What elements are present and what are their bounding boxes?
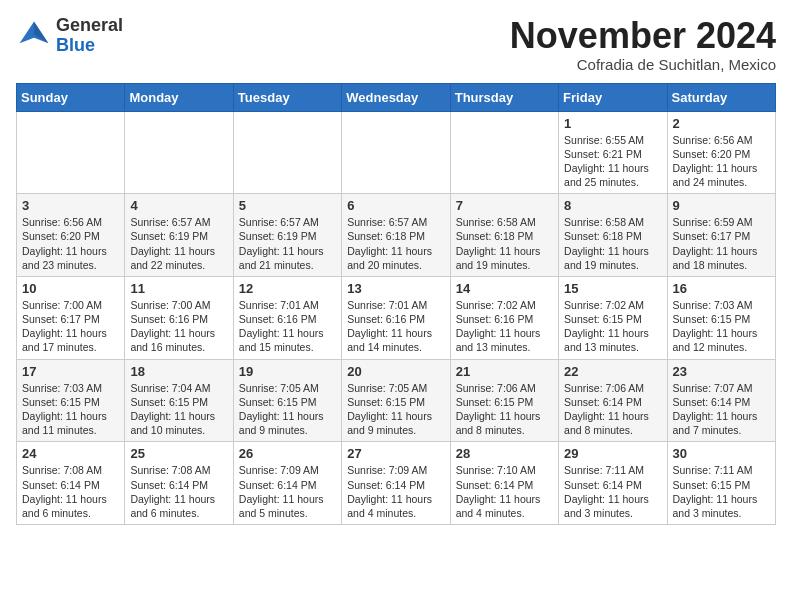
day-info: Sunrise: 7:00 AM Sunset: 6:17 PM Dayligh… <box>22 298 119 355</box>
day-number: 11 <box>130 281 227 296</box>
day-number: 16 <box>673 281 770 296</box>
day-number: 1 <box>564 116 661 131</box>
page-header: General Blue November 2024 Cofradia de S… <box>16 16 776 73</box>
calendar-cell <box>125 111 233 194</box>
calendar-cell: 9Sunrise: 6:59 AM Sunset: 6:17 PM Daylig… <box>667 194 775 277</box>
day-info: Sunrise: 7:10 AM Sunset: 6:14 PM Dayligh… <box>456 463 553 520</box>
day-info: Sunrise: 6:58 AM Sunset: 6:18 PM Dayligh… <box>456 215 553 272</box>
day-number: 14 <box>456 281 553 296</box>
calendar-week-row: 10Sunrise: 7:00 AM Sunset: 6:17 PM Dayli… <box>17 276 776 359</box>
day-info: Sunrise: 7:05 AM Sunset: 6:15 PM Dayligh… <box>347 381 444 438</box>
logo-blue-text: Blue <box>56 35 95 55</box>
day-info: Sunrise: 7:02 AM Sunset: 6:16 PM Dayligh… <box>456 298 553 355</box>
day-info: Sunrise: 7:09 AM Sunset: 6:14 PM Dayligh… <box>239 463 336 520</box>
day-number: 10 <box>22 281 119 296</box>
title-block: November 2024 Cofradia de Suchitlan, Mex… <box>510 16 776 73</box>
calendar-week-row: 3Sunrise: 6:56 AM Sunset: 6:20 PM Daylig… <box>17 194 776 277</box>
calendar-cell: 2Sunrise: 6:56 AM Sunset: 6:20 PM Daylig… <box>667 111 775 194</box>
calendar-week-row: 1Sunrise: 6:55 AM Sunset: 6:21 PM Daylig… <box>17 111 776 194</box>
calendar-cell: 18Sunrise: 7:04 AM Sunset: 6:15 PM Dayli… <box>125 359 233 442</box>
day-info: Sunrise: 6:55 AM Sunset: 6:21 PM Dayligh… <box>564 133 661 190</box>
day-number: 23 <box>673 364 770 379</box>
calendar-body: 1Sunrise: 6:55 AM Sunset: 6:21 PM Daylig… <box>17 111 776 524</box>
weekday-header-tuesday: Tuesday <box>233 83 341 111</box>
day-info: Sunrise: 7:06 AM Sunset: 6:15 PM Dayligh… <box>456 381 553 438</box>
calendar-cell: 28Sunrise: 7:10 AM Sunset: 6:14 PM Dayli… <box>450 442 558 525</box>
day-info: Sunrise: 7:09 AM Sunset: 6:14 PM Dayligh… <box>347 463 444 520</box>
calendar-cell: 23Sunrise: 7:07 AM Sunset: 6:14 PM Dayli… <box>667 359 775 442</box>
calendar-cell: 24Sunrise: 7:08 AM Sunset: 6:14 PM Dayli… <box>17 442 125 525</box>
calendar-cell: 27Sunrise: 7:09 AM Sunset: 6:14 PM Dayli… <box>342 442 450 525</box>
calendar-cell: 11Sunrise: 7:00 AM Sunset: 6:16 PM Dayli… <box>125 276 233 359</box>
day-info: Sunrise: 7:02 AM Sunset: 6:15 PM Dayligh… <box>564 298 661 355</box>
calendar-cell: 8Sunrise: 6:58 AM Sunset: 6:18 PM Daylig… <box>559 194 667 277</box>
weekday-header-saturday: Saturday <box>667 83 775 111</box>
calendar-cell: 1Sunrise: 6:55 AM Sunset: 6:21 PM Daylig… <box>559 111 667 194</box>
weekday-header-monday: Monday <box>125 83 233 111</box>
day-number: 3 <box>22 198 119 213</box>
day-info: Sunrise: 6:58 AM Sunset: 6:18 PM Dayligh… <box>564 215 661 272</box>
day-info: Sunrise: 7:00 AM Sunset: 6:16 PM Dayligh… <box>130 298 227 355</box>
day-number: 18 <box>130 364 227 379</box>
calendar-cell: 15Sunrise: 7:02 AM Sunset: 6:15 PM Dayli… <box>559 276 667 359</box>
day-info: Sunrise: 7:04 AM Sunset: 6:15 PM Dayligh… <box>130 381 227 438</box>
calendar-cell: 3Sunrise: 6:56 AM Sunset: 6:20 PM Daylig… <box>17 194 125 277</box>
calendar-cell: 25Sunrise: 7:08 AM Sunset: 6:14 PM Dayli… <box>125 442 233 525</box>
day-number: 6 <box>347 198 444 213</box>
day-number: 15 <box>564 281 661 296</box>
calendar-cell: 17Sunrise: 7:03 AM Sunset: 6:15 PM Dayli… <box>17 359 125 442</box>
weekday-header-friday: Friday <box>559 83 667 111</box>
day-number: 30 <box>673 446 770 461</box>
calendar-cell: 30Sunrise: 7:11 AM Sunset: 6:15 PM Dayli… <box>667 442 775 525</box>
calendar-cell: 21Sunrise: 7:06 AM Sunset: 6:15 PM Dayli… <box>450 359 558 442</box>
day-info: Sunrise: 7:08 AM Sunset: 6:14 PM Dayligh… <box>130 463 227 520</box>
day-number: 9 <box>673 198 770 213</box>
month-title: November 2024 <box>510 16 776 56</box>
day-info: Sunrise: 6:57 AM Sunset: 6:19 PM Dayligh… <box>239 215 336 272</box>
day-info: Sunrise: 7:06 AM Sunset: 6:14 PM Dayligh… <box>564 381 661 438</box>
day-info: Sunrise: 7:11 AM Sunset: 6:14 PM Dayligh… <box>564 463 661 520</box>
day-number: 24 <box>22 446 119 461</box>
calendar-cell: 20Sunrise: 7:05 AM Sunset: 6:15 PM Dayli… <box>342 359 450 442</box>
day-number: 27 <box>347 446 444 461</box>
day-number: 28 <box>456 446 553 461</box>
day-info: Sunrise: 7:11 AM Sunset: 6:15 PM Dayligh… <box>673 463 770 520</box>
day-info: Sunrise: 6:57 AM Sunset: 6:18 PM Dayligh… <box>347 215 444 272</box>
calendar-cell <box>17 111 125 194</box>
day-info: Sunrise: 7:03 AM Sunset: 6:15 PM Dayligh… <box>22 381 119 438</box>
calendar-cell: 4Sunrise: 6:57 AM Sunset: 6:19 PM Daylig… <box>125 194 233 277</box>
weekday-header-thursday: Thursday <box>450 83 558 111</box>
calendar-week-row: 17Sunrise: 7:03 AM Sunset: 6:15 PM Dayli… <box>17 359 776 442</box>
day-info: Sunrise: 7:01 AM Sunset: 6:16 PM Dayligh… <box>347 298 444 355</box>
calendar-table: SundayMondayTuesdayWednesdayThursdayFrid… <box>16 83 776 525</box>
day-number: 26 <box>239 446 336 461</box>
day-number: 22 <box>564 364 661 379</box>
day-info: Sunrise: 6:59 AM Sunset: 6:17 PM Dayligh… <box>673 215 770 272</box>
calendar-cell <box>342 111 450 194</box>
day-number: 4 <box>130 198 227 213</box>
day-number: 7 <box>456 198 553 213</box>
calendar-week-row: 24Sunrise: 7:08 AM Sunset: 6:14 PM Dayli… <box>17 442 776 525</box>
day-info: Sunrise: 6:57 AM Sunset: 6:19 PM Dayligh… <box>130 215 227 272</box>
day-number: 29 <box>564 446 661 461</box>
day-number: 2 <box>673 116 770 131</box>
day-number: 25 <box>130 446 227 461</box>
calendar-cell: 10Sunrise: 7:00 AM Sunset: 6:17 PM Dayli… <box>17 276 125 359</box>
day-number: 12 <box>239 281 336 296</box>
day-info: Sunrise: 7:07 AM Sunset: 6:14 PM Dayligh… <box>673 381 770 438</box>
weekday-header-wednesday: Wednesday <box>342 83 450 111</box>
weekday-header-row: SundayMondayTuesdayWednesdayThursdayFrid… <box>17 83 776 111</box>
day-info: Sunrise: 7:08 AM Sunset: 6:14 PM Dayligh… <box>22 463 119 520</box>
day-number: 21 <box>456 364 553 379</box>
day-number: 20 <box>347 364 444 379</box>
logo: General Blue <box>16 16 123 56</box>
day-number: 13 <box>347 281 444 296</box>
calendar-cell: 14Sunrise: 7:02 AM Sunset: 6:16 PM Dayli… <box>450 276 558 359</box>
day-number: 17 <box>22 364 119 379</box>
day-info: Sunrise: 7:05 AM Sunset: 6:15 PM Dayligh… <box>239 381 336 438</box>
logo-icon <box>16 18 52 54</box>
calendar-cell: 12Sunrise: 7:01 AM Sunset: 6:16 PM Dayli… <box>233 276 341 359</box>
calendar-cell <box>450 111 558 194</box>
calendar-header: SundayMondayTuesdayWednesdayThursdayFrid… <box>17 83 776 111</box>
day-number: 19 <box>239 364 336 379</box>
